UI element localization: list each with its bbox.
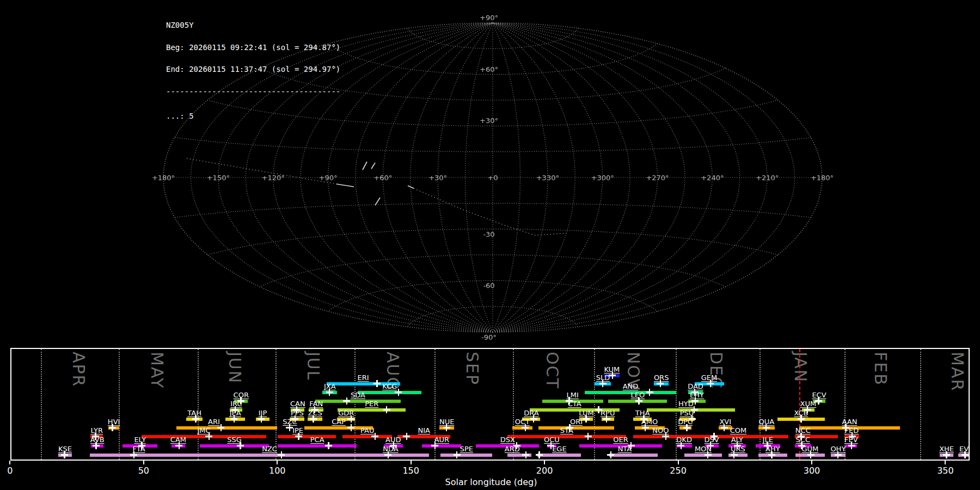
shower-peak-marker [325,442,332,449]
shower-bar [200,444,269,448]
shower-peak-marker [454,451,461,458]
meridian-label: +300° [591,174,614,182]
shower-label: SDA [351,391,365,399]
meridian-label: +270° [646,174,669,182]
axis-tick-label: 50 [138,465,149,476]
meteor-trail [375,198,380,205]
shower-peak-marker [609,372,616,379]
shower-peak-marker [383,406,390,413]
month-label: FEB [871,352,890,386]
month-label: MAR [948,352,967,391]
axis-tick [544,461,545,464]
shower-peak-marker [130,451,137,458]
month-boundary-line [354,349,356,460]
axis-tick [945,461,946,464]
shower-peak-marker [683,424,690,431]
shower-peak-marker [677,442,684,449]
shower-label: STA [560,427,573,434]
axis-tick [411,461,412,464]
shower-peak-marker [807,451,814,458]
axis-tick-label: 300 [804,465,820,476]
graticule-parallel [407,28,578,49]
shower-peak-marker [943,451,950,458]
parallel-label: +60° [480,65,498,74]
shower-peak-marker [384,451,391,458]
x-axis-title: Solar longitude (deg) [445,477,537,487]
meridian-label: +0 [487,174,498,182]
meridian-label: +330° [536,174,559,182]
shower-peak-marker [585,433,592,440]
shower-peak-marker [295,433,302,440]
shower-label: CAP [332,418,346,425]
shower-bar [176,426,251,430]
parallel-label: -90° [481,333,497,341]
meridian-label: +150° [207,174,230,182]
month-boundary-line [594,349,595,460]
parallel-label: +30° [480,117,498,125]
shower-peak-marker [607,451,614,458]
shower-bar [342,435,392,438]
axis-tick [678,461,679,464]
shower-peak-marker [395,389,402,396]
shower-bar [358,391,421,394]
shower-peak-marker [530,415,537,422]
shower-peak-marker [373,380,381,387]
shower-peak-marker [522,424,529,431]
axis-tick [143,461,144,464]
shower-label: NTA [618,445,632,452]
shower-peak-marker [763,424,770,431]
axis-tick-label: 0 [7,465,13,476]
shower-peak-marker [657,380,664,387]
shower-label: AND [623,383,639,390]
shower-peak-marker [705,451,712,458]
shower-bar [315,400,400,403]
shower-bar [609,454,657,457]
shower-peak-marker [175,442,182,449]
shower-label: ARD [505,445,520,452]
shower-label: NZC [262,445,277,452]
axis-tick-label: 200 [536,465,553,476]
month-boundary-line [119,349,120,460]
shower-peak-marker [237,442,244,449]
shower-label: PER [365,400,378,407]
shower-peak-marker [536,451,543,458]
shower-label: PCA [310,436,324,443]
shower-peak-marker [848,442,855,449]
graticule-parallel [175,203,811,217]
shower-peak-marker [635,397,642,405]
shower-peak-marker [347,415,354,422]
meteor-trail [408,186,414,188]
month-boundary-line [275,349,277,460]
shower-peak-marker [798,415,805,422]
shower-peak-marker [768,451,775,458]
shower-bar [278,435,336,438]
shower-peak-marker [835,451,842,458]
meridian-label: +210° [756,174,779,182]
axis-tick-label: 250 [670,465,687,476]
shower-peak-marker [326,389,333,396]
meridian-label: +180° [811,174,834,182]
meteor-trail [336,184,354,187]
parallel-label: -30 [483,230,494,238]
shower-peak-marker [347,424,354,431]
month-label: JUN [225,352,244,384]
month-label: MAY [148,352,167,389]
axis-tick [811,461,812,464]
axis-tick [277,461,278,464]
axis-tick-label: 150 [402,465,419,476]
shower-peak-marker [721,424,728,431]
parallel-label: +90° [480,14,498,22]
shower-bar [538,426,614,430]
month-label: OCT [543,352,562,389]
shower-peak-marker [205,433,212,440]
shower-label: SPE [460,445,473,452]
shower-bar [537,454,581,457]
shower-peak-marker [603,415,610,422]
shower-bar [252,426,278,430]
month-label: JAN [791,352,810,383]
shower-peak-marker [443,424,450,431]
meridian-label: +90° [319,174,338,182]
shower-peak-marker [109,424,116,431]
month-boundary-line [198,349,199,460]
shower-peak-marker [192,415,199,422]
